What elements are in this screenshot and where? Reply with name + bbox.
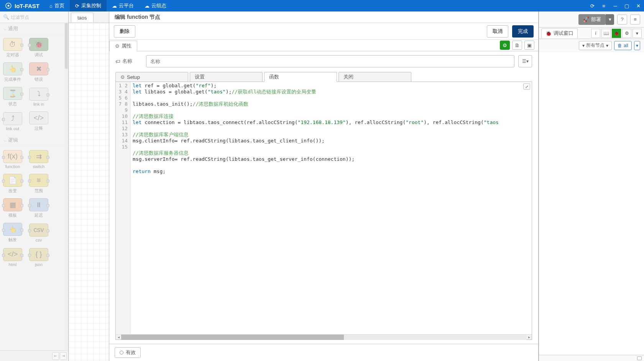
docs-button[interactable]: 🗎: [512, 41, 522, 50]
main-area: 🔍 通用 ⏱定时器 🐞调试 👆完成事件 ✖错误 ⌛状态 ⤵link in ⤴li…: [0, 11, 644, 361]
node-csv[interactable]: csvcsv: [28, 222, 50, 243]
debug-tab-button[interactable]: 🐞: [612, 29, 621, 38]
hamburger-button[interactable]: ≡: [630, 15, 640, 25]
help-tab-button[interactable]: 📖: [601, 29, 611, 38]
node-palette: 🔍 通用 ⏱定时器 🐞调试 👆完成事件 ✖错误 ⌛状态 ⤵link in ⤴li…: [0, 11, 69, 361]
maximize-button[interactable]: ▢: [621, 0, 632, 11]
palette-footer: ⇤ ⇥: [0, 350, 68, 361]
palette-collapse-in-button[interactable]: ⇤: [52, 352, 59, 360]
app-logo: IoT-FAST: [0, 2, 44, 10]
env-button[interactable]: ⚙: [500, 41, 510, 50]
collect-icon: ⟳: [75, 3, 79, 9]
code-hscrollbar[interactable]: ◂ ▸: [116, 334, 532, 340]
category-logic[interactable]: 逻辑: [0, 134, 68, 146]
category-common[interactable]: 通用: [0, 23, 68, 35]
window-controls: ⟳ ≡ ─ ▢ ✕: [586, 0, 644, 11]
node-html[interactable]: </>html: [2, 247, 24, 268]
filter-all-nodes[interactable]: ▾所有节点 ▾: [579, 41, 612, 50]
right-sidebar: 🚀部署 ▾ ? ≡ 🐞调试窗口 i 📖 🐞 ⚙ ▾ ▾所有节点 ▾ 🗑all ▾: [539, 11, 644, 361]
bug-icon: 🐞: [545, 31, 552, 36]
code-editor[interactable]: ⤢ 1 2 3 4 5 6 7 8 9 10 11 12 13 14 15 le…: [115, 82, 532, 340]
code-tabs: ⚙Setup 设置 函数 关闭: [109, 70, 538, 82]
node-range[interactable]: ≡范围: [28, 173, 50, 194]
filter-dropdown[interactable]: ▾: [634, 41, 640, 50]
funnel-icon: ▾: [582, 43, 585, 48]
logo-icon: [5, 2, 12, 10]
node-change[interactable]: 📄改变: [2, 173, 24, 194]
sidebar-topbar: 🚀部署 ▾ ? ≡: [539, 11, 644, 28]
node-switch[interactable]: ⇉switch: [28, 149, 50, 170]
editor-footer: 有效: [109, 344, 538, 361]
sidebar-resize-handle[interactable]: [637, 356, 642, 360]
enable-toggle[interactable]: 有效: [115, 347, 141, 358]
tag-icon: 🏷: [115, 59, 120, 64]
deploy-dropdown[interactable]: ▾: [606, 14, 614, 25]
node-template[interactable]: ▦模板: [2, 198, 24, 219]
close-button[interactable]: ✕: [632, 0, 644, 11]
scroll-left-arrow[interactable]: ◂: [116, 335, 121, 339]
node-link-in[interactable]: ⤵link in: [28, 86, 50, 108]
delete-button[interactable]: 删除: [114, 25, 135, 38]
editor-title: 编辑 function 节点: [109, 11, 538, 23]
tab-function[interactable]: 函数: [264, 72, 337, 82]
palette-scrollbar[interactable]: [64, 23, 68, 350]
done-button[interactable]: 完成: [512, 25, 534, 38]
name-dropdown[interactable]: ☰▾: [518, 55, 532, 67]
node-json[interactable]: { }json: [28, 247, 50, 268]
filter-clear-all[interactable]: 🗑all: [614, 41, 632, 50]
flow-tab[interactable]: taos: [71, 13, 94, 23]
cloud-icon: ☁: [112, 3, 117, 9]
palette-body: 通用 ⏱定时器 🐞调试 👆完成事件 ✖错误 ⌛状态 ⤵link in ⤴link…: [0, 23, 68, 350]
palette-search: 🔍: [0, 11, 68, 23]
editor-actions: 删除 取消 完成: [109, 23, 538, 40]
palette-search-input[interactable]: [11, 15, 68, 20]
name-input[interactable]: [146, 55, 514, 67]
line-gutter: 1 2 3 4 5 6 7 8 9 10 11 12 13 14 15: [116, 82, 130, 334]
hmi-icon: ☁: [145, 3, 150, 9]
name-label: 🏷名称: [115, 58, 142, 65]
appearance-button[interactable]: ▣: [524, 41, 534, 50]
menu-button[interactable]: ≡: [598, 0, 610, 11]
common-nodes: ⏱定时器 🐞调试 👆完成事件 ✖错误 ⌛状态 ⤵link in ⤴link ou…: [0, 35, 68, 134]
node-delay[interactable]: ⏸延迟: [28, 198, 50, 219]
node-complete[interactable]: 👆完成事件: [2, 62, 24, 83]
node-trigger[interactable]: 👆触发: [2, 222, 24, 243]
node-status[interactable]: ⌛状态: [2, 86, 24, 108]
node-editor-panel: 编辑 function 节点 删除 取消 完成 ⚙属性 ⚙ 🗎 ▣ 🏷名称 ☰▾: [109, 11, 538, 361]
palette-collapse-out-button[interactable]: ⇥: [60, 352, 67, 360]
tab-setup[interactable]: ⚙Setup: [115, 72, 188, 82]
tab-debug[interactable]: 🐞调试窗口: [541, 28, 578, 38]
node-link-out[interactable]: ⤴link out: [2, 111, 24, 132]
editor-property-tabs: ⚙属性 ⚙ 🗎 ▣: [109, 40, 538, 51]
config-tab-button[interactable]: ⚙: [622, 29, 631, 38]
node-debug[interactable]: 🐞调试: [28, 37, 50, 59]
app-header: IoT-FAST ⌂首页 ⟳采集控制 ☁云平台 ☁云组态 ⟳ ≡ ─ ▢ ✕: [0, 0, 644, 11]
node-inject[interactable]: ⏱定时器: [2, 37, 24, 59]
expand-editor-button[interactable]: ⤢: [523, 83, 530, 90]
minimize-button[interactable]: ─: [610, 0, 621, 11]
node-function[interactable]: f(x)function: [2, 149, 24, 170]
tab-properties[interactable]: ⚙属性: [109, 41, 137, 51]
main-nav: ⌂首页 ⟳采集控制 ☁云平台 ☁云组态: [44, 0, 172, 11]
info-tab-button[interactable]: i: [591, 29, 600, 38]
scroll-right-arrow[interactable]: ▸: [526, 335, 532, 339]
deploy-button[interactable]: 🚀部署: [578, 14, 606, 25]
gear-icon: ⚙: [115, 43, 120, 49]
tab-close[interactable]: 关闭: [338, 72, 411, 82]
nav-cloud[interactable]: ☁云平台: [107, 0, 139, 11]
nav-collect[interactable]: ⟳采集控制: [70, 0, 107, 11]
help-button[interactable]: ?: [617, 15, 627, 25]
more-tab-button[interactable]: ▾: [632, 29, 642, 38]
cancel-button[interactable]: 取消: [487, 25, 508, 38]
node-catch[interactable]: ✖错误: [28, 62, 50, 83]
search-icon: 🔍: [3, 14, 9, 20]
tab-settings[interactable]: 设置: [190, 72, 263, 82]
refresh-button[interactable]: ⟳: [586, 0, 598, 11]
nav-home[interactable]: ⌂首页: [44, 0, 70, 11]
circle-icon: [120, 351, 123, 354]
code-content[interactable]: let ref = global.get("ref"); let libtaos…: [130, 82, 532, 334]
nav-hmi[interactable]: ☁云组态: [139, 0, 172, 11]
node-comment[interactable]: </>注释: [28, 111, 50, 132]
rocket-icon: 🚀: [583, 16, 589, 22]
svg-point-1: [8, 5, 10, 7]
